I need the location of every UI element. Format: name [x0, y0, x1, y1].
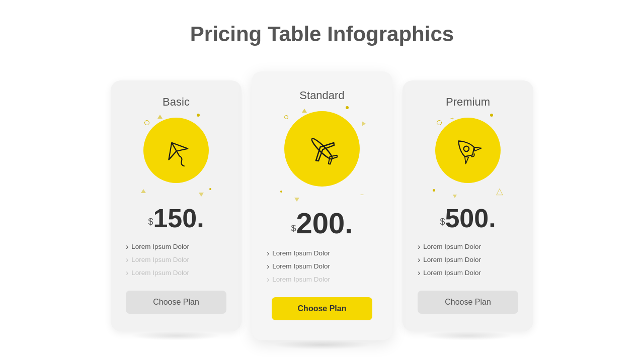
card-basic: Basic [111, 80, 242, 331]
features-premium: Lorem Ipsum Dolor Lorem Ipsum Dolor Lore… [418, 240, 518, 280]
plan-icon-standard [284, 111, 360, 187]
features-standard: Lorem Ipsum Dolor Lorem Ipsum Dolor Lore… [267, 247, 377, 286]
price-standard: $ 200 . [291, 209, 353, 238]
deco-triangle2 [141, 189, 146, 193]
deco-dot2 [433, 189, 435, 192]
deco-dot [346, 106, 349, 109]
card-standard: Standard + [252, 71, 392, 340]
deco-circle [144, 120, 149, 125]
price-amount-premium: 500 [445, 205, 489, 231]
currency-symbol: $ [440, 217, 445, 227]
icon-container-standard: + [284, 111, 360, 198]
plan-icon-basic [143, 118, 209, 183]
price-premium: $ 500 . [440, 205, 496, 231]
price-amount-standard: 200 [296, 209, 345, 238]
svg-point-3 [310, 136, 334, 160]
icon-container-premium: + △ [435, 118, 501, 194]
currency-symbol: $ [291, 223, 296, 234]
feature-item-faded: Lorem Ipsum Dolor [267, 273, 377, 286]
price-basic: $ 150 . [148, 205, 204, 231]
plan-name-premium: Premium [446, 96, 490, 109]
currency-symbol: $ [148, 217, 153, 227]
feature-item-faded: Lorem Ipsum Dolor [126, 253, 226, 266]
pricing-cards: Basic [111, 71, 533, 340]
deco-arrow [362, 121, 366, 126]
price-amount-basic: 150 [153, 205, 197, 231]
deco-plus: + [360, 192, 364, 199]
deco-triangle [157, 115, 163, 119]
paper-plane-icon [158, 133, 194, 168]
deco-triangle-right: △ [496, 186, 503, 197]
choose-plan-premium[interactable]: Choose Plan [418, 291, 518, 314]
deco-dot2 [280, 191, 282, 193]
deco-dot [197, 114, 200, 117]
feature-item: Lorem Ipsum Dolor [418, 240, 518, 253]
deco-triangle-down [453, 195, 457, 198]
feature-item2: Lorem Ipsum Dolor [418, 253, 518, 266]
feature-item-faded2: Lorem Ipsum Dolor [126, 266, 226, 280]
feature-item3: Lorem Ipsum Dolor [418, 266, 518, 280]
choose-plan-basic[interactable]: Choose Plan [126, 291, 226, 314]
plan-name-standard: Standard [299, 89, 344, 102]
feature-item: Lorem Ipsum Dolor [267, 247, 377, 260]
feature-item2: Lorem Ipsum Dolor [267, 260, 377, 273]
plan-name-basic: Basic [163, 96, 190, 109]
deco-triangle [302, 109, 307, 113]
page-title: Pricing Table Infographics [190, 22, 454, 46]
rocket-icon [450, 133, 486, 168]
deco-triangle3 [199, 193, 204, 197]
deco-dot2 [209, 188, 211, 190]
deco-dot [490, 114, 493, 117]
choose-plan-standard[interactable]: Choose Plan [272, 297, 372, 320]
plan-icon-premium [435, 118, 501, 183]
card-premium: Premium + △ [403, 80, 533, 331]
deco-triangle2 [294, 198, 299, 202]
airplane-icon [302, 129, 342, 169]
deco-circle [437, 120, 442, 125]
deco-circle [284, 115, 288, 119]
icon-container-basic [143, 118, 209, 194]
features-basic: Lorem Ipsum Dolor Lorem Ipsum Dolor Lore… [126, 240, 226, 280]
svg-point-4 [462, 145, 470, 152]
feature-item: Lorem Ipsum Dolor [126, 240, 226, 253]
